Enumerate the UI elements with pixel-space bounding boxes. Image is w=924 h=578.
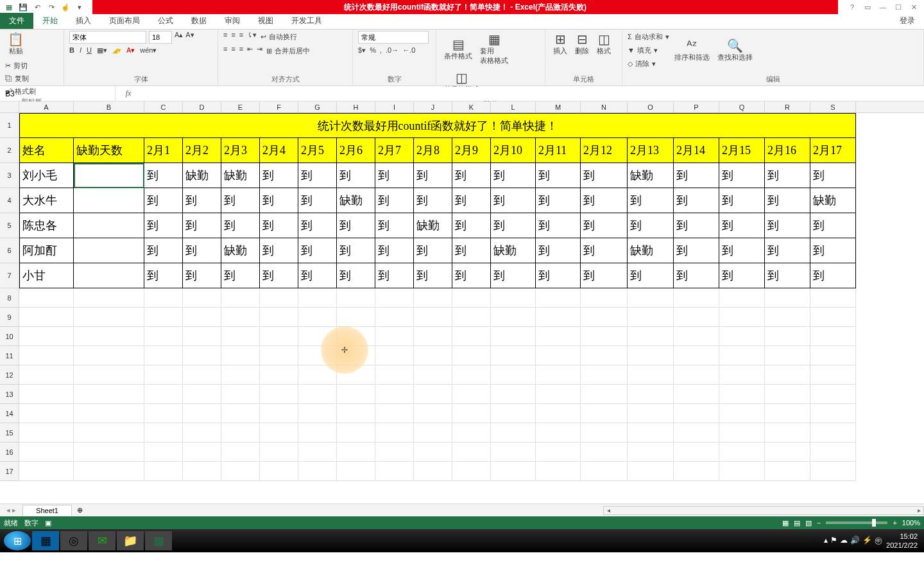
empty-cell[interactable] (375, 365, 414, 385)
empty-cell[interactable] (298, 404, 337, 423)
data-cell[interactable]: 到 (414, 163, 452, 188)
empty-cell[interactable] (719, 442, 765, 462)
data-cell[interactable]: 到 (452, 163, 491, 188)
tab-file[interactable]: 文件 (0, 13, 33, 29)
empty-cell[interactable] (19, 365, 74, 385)
empty-cell[interactable] (810, 385, 856, 404)
empty-cell[interactable] (581, 442, 628, 462)
tab-data[interactable]: 数据 (182, 13, 216, 29)
data-cell[interactable]: 到 (337, 238, 375, 263)
empty-cell[interactable] (452, 365, 491, 385)
empty-cell[interactable] (298, 308, 337, 327)
italic-button[interactable]: I (80, 46, 81, 55)
empty-cell[interactable] (221, 462, 260, 481)
empty-cell[interactable] (74, 346, 144, 365)
empty-cell[interactable] (19, 288, 74, 308)
autosum-button[interactable]: Σ自动求和▾ (628, 31, 669, 42)
empty-cell[interactable] (74, 404, 144, 423)
col-header[interactable]: A (19, 101, 74, 113)
empty-cell[interactable] (298, 327, 337, 346)
data-cell[interactable]: 到 (581, 213, 628, 238)
data-cell[interactable]: 到 (810, 238, 856, 263)
empty-cell[interactable] (719, 385, 765, 404)
data-cell[interactable]: 到 (414, 188, 452, 213)
header-cell[interactable]: 2月6 (337, 138, 375, 163)
data-cell[interactable]: 刘小毛 (19, 163, 74, 188)
empty-cell[interactable] (674, 442, 719, 462)
scroll-right-icon[interactable]: ▸ (914, 507, 923, 514)
header-cell[interactable]: 2月4 (260, 138, 298, 163)
row-header[interactable]: 7 (0, 263, 19, 288)
empty-cell[interactable] (536, 327, 581, 346)
empty-cell[interactable] (221, 288, 260, 308)
empty-cell[interactable] (536, 423, 581, 442)
currency-icon[interactable]: $▾ (358, 46, 366, 55)
empty-cell[interactable] (375, 423, 414, 442)
header-cell[interactable]: 2月7 (375, 138, 414, 163)
maximize-icon[interactable]: ☐ (892, 3, 905, 12)
row-header[interactable]: 17 (0, 462, 19, 481)
empty-cell[interactable] (144, 462, 183, 481)
tab-dev[interactable]: 开发工具 (282, 13, 331, 29)
empty-cell[interactable] (536, 346, 581, 365)
data-cell[interactable]: 到 (491, 188, 536, 213)
empty-cell[interactable] (221, 365, 260, 385)
data-cell[interactable]: 大水牛 (19, 188, 74, 213)
empty-cell[interactable] (581, 404, 628, 423)
tray-icon[interactable]: ▴ (824, 536, 828, 547)
empty-cell[interactable] (19, 327, 74, 346)
header-cell[interactable]: 2月15 (719, 138, 765, 163)
empty-cell[interactable] (491, 346, 536, 365)
data-cell[interactable]: 到 (144, 213, 183, 238)
data-cell[interactable]: 到 (719, 188, 765, 213)
empty-cell[interactable] (260, 423, 298, 442)
empty-cell[interactable] (452, 462, 491, 481)
merge-button[interactable]: ⊞合并后居中 (266, 45, 310, 57)
inc-decimal-icon[interactable]: .0→ (386, 46, 398, 55)
empty-cell[interactable] (719, 308, 765, 327)
empty-cell[interactable] (337, 346, 375, 365)
data-cell[interactable]: 缺勤 (628, 163, 674, 188)
empty-cell[interactable] (260, 462, 298, 481)
col-header[interactable]: H (337, 101, 375, 113)
empty-cell[interactable] (810, 423, 856, 442)
data-cell[interactable]: 到 (260, 238, 298, 263)
data-cell[interactable]: 到 (491, 213, 536, 238)
undo-icon[interactable]: ↶ (32, 3, 42, 12)
empty-cell[interactable] (74, 308, 144, 327)
data-cell[interactable]: 到 (765, 163, 810, 188)
touch-icon[interactable]: ☝ (60, 3, 71, 12)
empty-cell[interactable] (375, 327, 414, 346)
col-header[interactable]: F (260, 101, 298, 113)
empty-cell[interactable] (628, 404, 674, 423)
sheet-nav[interactable]: ◂ ▸ (0, 506, 22, 514)
empty-cell[interactable] (536, 462, 581, 481)
empty-cell[interactable] (183, 308, 221, 327)
format-cells-button[interactable]: ◫格式 (594, 31, 613, 57)
number-format-select[interactable] (358, 31, 429, 44)
data-cell[interactable]: 到 (674, 263, 719, 288)
col-header[interactable]: B (74, 101, 144, 113)
col-header[interactable]: R (765, 101, 810, 113)
data-cell[interactable]: 到 (765, 263, 810, 288)
empty-cell[interactable] (581, 365, 628, 385)
redo-icon[interactable]: ↷ (46, 3, 56, 12)
tray-icon[interactable]: ⚡ (862, 536, 872, 547)
col-header[interactable]: D (183, 101, 221, 113)
data-cell[interactable]: 到 (810, 163, 856, 188)
empty-cell[interactable] (375, 308, 414, 327)
new-sheet-button[interactable]: ⊕ (72, 506, 88, 514)
empty-cell[interactable] (337, 327, 375, 346)
data-cell[interactable]: 到 (414, 238, 452, 263)
data-cell[interactable]: 到 (674, 238, 719, 263)
data-cell[interactable]: 到 (298, 238, 337, 263)
empty-cell[interactable] (674, 404, 719, 423)
empty-cell[interactable] (628, 346, 674, 365)
empty-cell[interactable] (183, 365, 221, 385)
data-cell[interactable]: 到 (491, 163, 536, 188)
empty-cell[interactable] (581, 385, 628, 404)
empty-cell[interactable] (674, 423, 719, 442)
col-header[interactable]: J (414, 101, 452, 113)
empty-cell[interactable] (491, 365, 536, 385)
data-cell[interactable]: 缺勤 (221, 163, 260, 188)
